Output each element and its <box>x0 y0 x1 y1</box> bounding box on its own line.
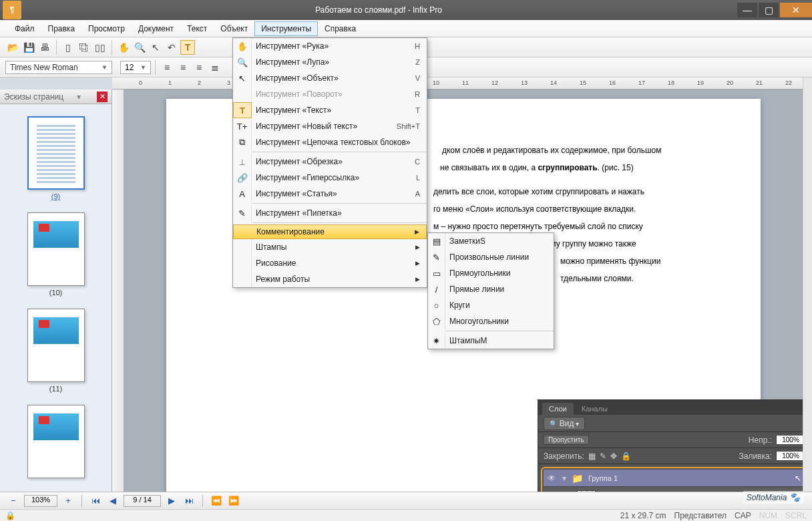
maximize-button[interactable]: ▢ <box>759 3 779 17</box>
dropdown-item[interactable]: 🔗Инструмент «Гиперссылка»L <box>233 170 427 186</box>
lock-status-icon: 🔒 <box>5 511 15 520</box>
close-panel-icon[interactable]: ✕ <box>97 92 108 102</box>
font-size-select[interactable]: 12 ▼ <box>120 61 151 74</box>
dropdown-item-label: Инструмент «Поворот» <box>256 90 415 99</box>
thumbnail-item[interactable]: (11) <box>26 309 86 393</box>
copy-page-icon[interactable]: ⿻ <box>77 40 91 55</box>
first-page-icon[interactable]: ⏮ <box>89 494 102 508</box>
align-justify-icon[interactable]: ≣ <box>208 60 222 75</box>
new-page-icon[interactable]: ▯ <box>61 40 75 55</box>
submenu-item[interactable]: ▭Прямоугольники <box>428 265 554 281</box>
blend-mode-select[interactable]: Пропустить <box>544 435 589 445</box>
zoom-out-icon[interactable]: − <box>7 494 20 508</box>
dropdown-item-label: Инструмент «Гиперссылка» <box>256 173 416 182</box>
next-view-icon[interactable]: ⏩ <box>227 494 240 508</box>
dropdown-item-label: Рисование <box>256 258 411 268</box>
dropdown-item[interactable]: Штампы▶ <box>233 239 427 255</box>
menu-item-1[interactable]: Правка <box>41 21 82 36</box>
thumbnail-item[interactable]: (10) <box>26 212 86 297</box>
tool-icon: ✎ <box>233 205 252 221</box>
dropdown-item[interactable]: Режим работы▶ <box>233 271 427 287</box>
menu-item-5[interactable]: Объект <box>214 21 254 36</box>
zoom-in-icon[interactable]: + <box>61 494 75 508</box>
lock-move-icon[interactable]: ✥ <box>610 452 617 461</box>
dropdown-item-label: Инструмент «Лупа» <box>256 57 415 67</box>
commenting-submenu: ▤ЗаметкиS✎Произвольные линии▭Прямоугольн… <box>427 232 554 349</box>
print-icon[interactable]: 🖶 <box>37 40 52 55</box>
dropdown-item[interactable]: 🔍Инструмент «Лупа»Z <box>233 54 427 70</box>
tool-icon: 🔍 <box>233 54 252 70</box>
save-icon[interactable]: 💾 <box>21 40 36 55</box>
dropdown-item[interactable]: Рисование▶ <box>233 255 427 271</box>
zoom-input[interactable]: 103% <box>24 495 57 507</box>
dropdown-item[interactable]: TИнструмент «Текст»T <box>233 102 427 118</box>
pointer-tool-icon[interactable]: ↖ <box>148 40 163 55</box>
menu-item-2[interactable]: Просмотр <box>81 21 132 36</box>
tool-icon: ✋ <box>233 38 252 54</box>
font-name-value: Times New Roman <box>10 63 78 72</box>
chevron-down-icon[interactable]: ▾ <box>77 92 81 102</box>
collapse-icon[interactable]: ▾ <box>562 474 566 483</box>
scrl-indicator: SCRL <box>785 511 807 520</box>
thumbnails-list[interactable]: (9)(10)(11) <box>0 104 112 492</box>
dropdown-item-label: Режим работы <box>256 275 411 284</box>
tab-channels[interactable]: Каналы <box>575 403 614 415</box>
zoom-tool-icon[interactable]: 🔍 <box>132 40 147 55</box>
last-page-icon[interactable]: ⏭ <box>182 494 196 508</box>
menu-item-0[interactable]: Файл <box>8 21 41 36</box>
undo-icon[interactable]: ↶ <box>164 40 179 55</box>
dropdown-item[interactable]: ⧉Инструмент «Цепочка текстовых блоков» <box>233 134 427 150</box>
submenu-item[interactable]: ⬠Многоугольники <box>428 313 554 329</box>
fill-input[interactable]: 100% <box>776 451 803 461</box>
visibility-icon[interactable]: 👁 <box>548 474 557 483</box>
dropdown-item[interactable]: ↖Инструмент «Объект»V <box>233 70 427 86</box>
submenu-item[interactable]: ✎Произвольные линии <box>428 249 554 265</box>
group-outline: 👁 ▾ 📁 Группа 1 ↖ 👁 Слой 4 👁 <box>541 467 803 492</box>
lock-pixels-icon[interactable]: ▦ <box>588 452 596 461</box>
lock-all-icon[interactable]: 🔒 <box>621 452 631 461</box>
opacity-input[interactable]: 100% <box>776 435 803 445</box>
lock-brush-icon[interactable]: ✎ <box>600 452 606 461</box>
tab-layers[interactable]: Слои <box>542 403 574 415</box>
font-name-select[interactable]: Times New Roman ▼ <box>5 61 112 74</box>
page-input[interactable]: 9 / 14 <box>124 495 161 507</box>
text-tool-icon[interactable]: T <box>180 40 195 55</box>
dropdown-item-label: Инструмент «Объект» <box>256 73 415 83</box>
submenu-item[interactable]: ▤ЗаметкиS <box>428 233 554 249</box>
dropdown-item[interactable]: T+Инструмент «Новый текст»Shift+T <box>233 118 427 134</box>
menu-item-6[interactable]: Инструменты <box>254 21 318 36</box>
view-button[interactable]: 🔍 Вид ▾ <box>544 417 585 430</box>
align-left-icon[interactable]: ≡ <box>160 60 174 75</box>
minimize-button[interactable]: — <box>737 3 757 17</box>
align-right-icon[interactable]: ≡ <box>192 60 206 75</box>
dropdown-item-label: Комментирование <box>256 227 411 236</box>
dropdown-item[interactable]: ✋Инструмент «Рука»H <box>233 38 427 54</box>
submenu-arrow-icon: ▶ <box>415 276 420 283</box>
fill-label: Заливка: <box>739 452 772 461</box>
layers-panel-image: Слои Каналы 🔍 Вид ▾ Пропустить Непр.: 10… <box>538 399 803 492</box>
menu-item-4[interactable]: Текст <box>180 21 214 36</box>
menu-item-3[interactable]: Документ <box>132 21 180 36</box>
pages-icon[interactable]: ▯▯ <box>93 40 108 55</box>
close-button[interactable]: ✕ <box>780 3 812 17</box>
hand-tool-icon[interactable]: ✋ <box>116 40 131 55</box>
layer-group-row[interactable]: 👁 ▾ 📁 Группа 1 ↖ <box>544 470 803 487</box>
dropdown-item[interactable]: ⟂Инструмент «Обрезка»C <box>233 154 427 170</box>
thumbnail-item[interactable]: (9) <box>26 116 86 200</box>
tool-icon <box>233 255 252 271</box>
dropdown-item[interactable]: Комментирование▶ <box>233 224 427 239</box>
dropdown-item[interactable]: ✎Инструмент «Пипетка» <box>233 205 427 221</box>
open-icon[interactable]: 📂 <box>5 40 20 55</box>
prev-view-icon[interactable]: ⏪ <box>210 494 223 508</box>
align-center-icon[interactable]: ≡ <box>176 60 190 75</box>
scrollbar-vertical[interactable] <box>803 77 812 492</box>
num-indicator: NUM <box>759 511 777 520</box>
submenu-item[interactable]: ✷ШтампыM <box>428 333 554 349</box>
menu-item-7[interactable]: Справка <box>318 21 363 36</box>
thumbnail-item[interactable] <box>26 405 86 478</box>
dropdown-item[interactable]: AИнструмент «Статья»A <box>233 186 427 202</box>
submenu-item[interactable]: /Прямые линии <box>428 281 554 297</box>
submenu-item[interactable]: ○Круги <box>428 297 554 313</box>
prev-page-icon[interactable]: ◀ <box>106 494 120 508</box>
next-page-icon[interactable]: ▶ <box>165 494 178 508</box>
